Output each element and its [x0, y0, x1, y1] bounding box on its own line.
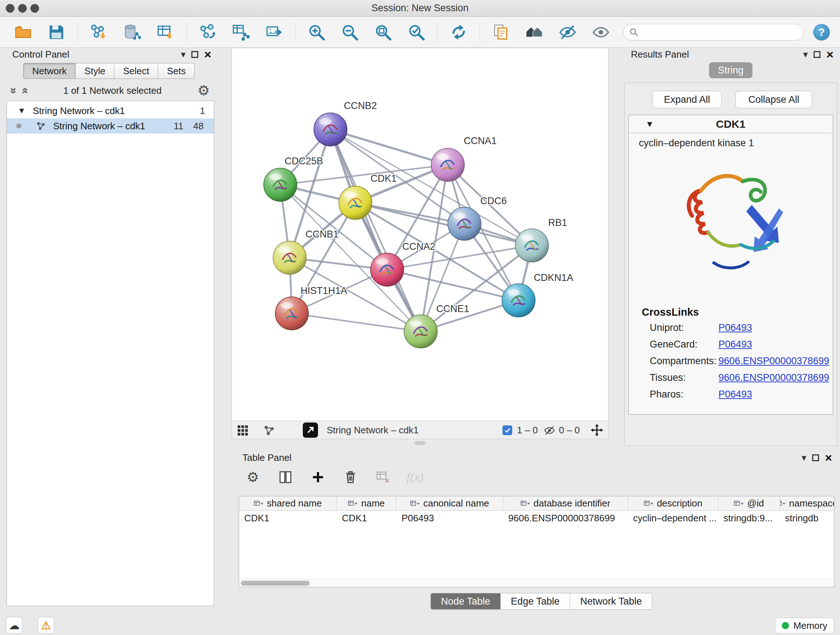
network-row-selected[interactable]: String Network – cdk1 11 48	[7, 119, 214, 134]
column-header-shared-name[interactable]: shared name	[239, 496, 337, 510]
node-result-header[interactable]: ▼ CDK1	[629, 115, 833, 133]
network-node-CCNA1[interactable]	[431, 148, 464, 181]
network-node-CDKN1A[interactable]	[502, 284, 535, 317]
network-collection-row[interactable]: ▼ String Network – cdk1 1	[7, 103, 214, 119]
network-from-table-button[interactable]	[231, 22, 251, 42]
search-box[interactable]	[623, 24, 804, 41]
network-canvas[interactable]: CCNB2CCNA1CDC25BCDK1CDC6RB1CCNB1CCNA2CDK…	[232, 48, 608, 421]
home-views-button[interactable]	[524, 22, 545, 42]
column-header-namespace[interactable]: namespace	[780, 496, 834, 510]
cell-namespace[interactable]: stringdb	[780, 511, 834, 525]
zoom-fit-button[interactable]	[373, 22, 393, 42]
edge-CCNB2-CCNA1[interactable]	[330, 130, 447, 165]
collapse-all-networks-icon[interactable]: »	[17, 87, 31, 94]
copy-document-button[interactable]	[491, 22, 511, 42]
edge-CCNA2-CDKN1A[interactable]	[387, 270, 518, 301]
scrollbar-thumb[interactable]	[241, 581, 309, 586]
open-in-browser-button[interactable]	[303, 423, 318, 438]
table-panel-float-icon[interactable]	[812, 454, 819, 461]
network-node-CCNB2[interactable]	[314, 113, 347, 146]
results-panel-float-icon[interactable]	[813, 51, 821, 58]
crosslink-link-compartments[interactable]: 9606.ENSP00000378699	[718, 356, 829, 367]
network-node-CCNE1[interactable]	[404, 315, 437, 348]
network-options-gear-icon[interactable]: ⚙	[197, 84, 210, 97]
search-input[interactable]	[642, 27, 798, 38]
import-network-database-button[interactable]	[122, 22, 142, 42]
hidden-eye-slash-icon[interactable]	[544, 424, 555, 436]
table-panel-close-icon[interactable]: ×	[825, 451, 832, 464]
zoom-in-button[interactable]	[306, 22, 327, 42]
cell-shared-name[interactable]: CDK1	[239, 511, 337, 525]
tab-node-table[interactable]: Node Table	[431, 593, 501, 610]
column-header-description[interactable]: description	[628, 496, 718, 510]
table-row[interactable]: CDK1 CDK1 P06493 9606.ENSP00000378699 cy…	[239, 511, 834, 525]
edge-HIST1H1A-CCNE1[interactable]	[292, 314, 421, 332]
cloud-button[interactable]: ☁	[6, 617, 22, 633]
window-zoom-button[interactable]	[30, 4, 39, 13]
zoom-out-button[interactable]	[340, 22, 360, 42]
table-panel-menu-icon[interactable]: ▾	[802, 452, 806, 463]
cell-description[interactable]: cyclin–dependent ...	[628, 511, 718, 525]
splitter-handle[interactable]	[415, 441, 425, 445]
selected-checkbox[interactable]	[502, 425, 512, 435]
delete-column-icon[interactable]	[341, 468, 360, 486]
tab-style[interactable]: Style	[76, 63, 114, 79]
edge-CCNB2-CCNE1[interactable]	[330, 130, 421, 332]
network-node-CCNA2[interactable]	[370, 253, 404, 287]
apply-layout-button[interactable]	[448, 22, 469, 42]
network-node-CDC6[interactable]	[448, 207, 481, 241]
results-panel-menu-icon[interactable]: ▾	[803, 49, 808, 60]
results-panel-close-icon[interactable]: ×	[826, 48, 834, 60]
zoom-selected-button[interactable]	[406, 22, 426, 42]
hide-eye-button[interactable]	[557, 22, 578, 42]
warnings-button[interactable]: ⚠	[38, 617, 54, 633]
column-header-canonical-name[interactable]: canonical name	[396, 496, 503, 510]
cell-name[interactable]: CDK1	[337, 511, 396, 525]
expand-all-button[interactable]: Expand All	[652, 91, 722, 108]
tree-expander-icon[interactable]: ▼	[18, 106, 26, 116]
tab-string-results[interactable]: String	[709, 62, 752, 78]
cell-database-identifier[interactable]: 9606.ENSP00000378699	[503, 511, 628, 525]
network-node-HIST1H1A[interactable]	[275, 297, 309, 330]
cell-id[interactable]: stringdb:9...	[718, 511, 780, 525]
tab-sets[interactable]: Sets	[158, 63, 195, 79]
control-panel-float-icon[interactable]	[191, 51, 198, 58]
network-type-icon[interactable]	[263, 424, 275, 437]
add-column-icon[interactable]	[309, 468, 327, 486]
cell-canonical-name[interactable]: P06493	[396, 511, 503, 525]
import-network-file-button[interactable]	[88, 22, 109, 42]
crosslink-link-pharos[interactable]: P06493	[718, 389, 752, 400]
new-network-button[interactable]	[197, 22, 218, 42]
collapse-entry-icon[interactable]: ▼	[645, 119, 654, 129]
tab-network-table[interactable]: Network Table	[570, 593, 653, 610]
birdseye-grid-icon[interactable]	[237, 424, 248, 436]
crosslink-link-uniprot[interactable]: P06493	[718, 322, 752, 333]
tab-edge-table[interactable]: Edge Table	[501, 593, 570, 610]
collapse-all-button[interactable]: Collapse All	[736, 91, 812, 108]
open-session-button[interactable]	[13, 22, 33, 42]
show-columns-icon[interactable]	[276, 468, 294, 486]
column-header-id[interactable]: @id	[718, 496, 780, 510]
show-eye-button[interactable]	[591, 22, 611, 42]
export-image-button[interactable]	[264, 22, 284, 42]
network-node-RB1[interactable]	[515, 229, 548, 262]
tab-select[interactable]: Select	[114, 63, 158, 79]
save-session-button[interactable]	[46, 22, 66, 42]
import-table-button[interactable]	[155, 22, 175, 42]
table-options-gear-icon[interactable]: ⚙	[244, 468, 262, 486]
horizontal-scrollbar[interactable]	[239, 579, 834, 587]
crosslink-link-genecard[interactable]: P06493	[718, 339, 752, 350]
crosslink-link-tissues[interactable]: 9606.ENSP00000378699	[718, 372, 829, 383]
fit-content-crosshair-icon[interactable]	[591, 424, 603, 436]
column-header-name[interactable]: name	[337, 496, 396, 510]
window-minimize-button[interactable]	[18, 4, 27, 13]
network-node-CDC25B[interactable]	[264, 168, 297, 201]
network-node-CDK1[interactable]	[339, 186, 372, 219]
help-button[interactable]: ?	[813, 24, 830, 41]
network-graph[interactable]: CCNB2CCNA1CDC25BCDK1CDC6RB1CCNB1CCNA2CDK…	[232, 48, 608, 421]
control-panel-close-icon[interactable]: ×	[204, 48, 211, 60]
column-header-database-identifier[interactable]: database identifier	[503, 496, 628, 510]
tab-network[interactable]: Network	[23, 63, 76, 79]
network-node-CCNB1[interactable]	[273, 241, 306, 274]
control-panel-menu-icon[interactable]: ▾	[181, 49, 186, 60]
